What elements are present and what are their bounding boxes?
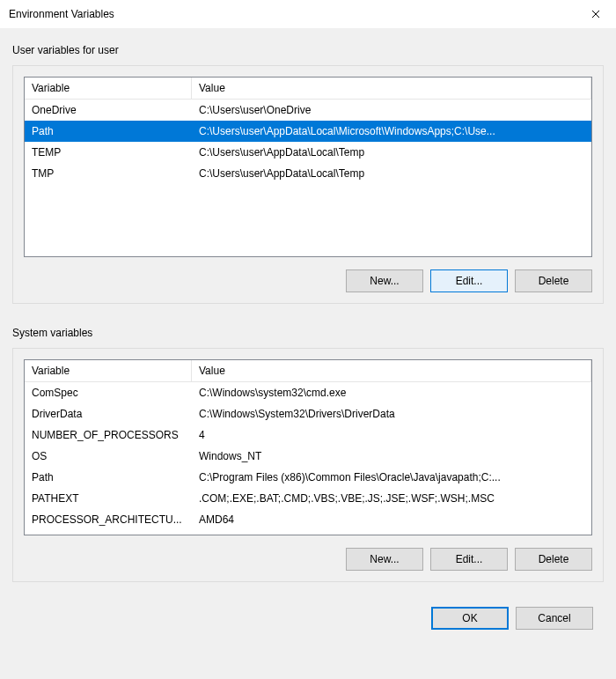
system-variables-list[interactable]: Variable Value ComSpecC:\Windows\system3… [24,359,592,535]
window-title: Environment Variables [9,8,114,20]
cell-value: 4 [192,429,591,441]
system-edit-button[interactable]: Edit... [430,548,508,571]
cell-variable: DriverData [25,408,192,420]
user-delete-button[interactable]: Delete [515,269,592,292]
user-variables-list[interactable]: Variable Value OneDriveC:\Users\user\One… [24,77,592,257]
cell-variable: OneDrive [25,104,192,116]
cell-value: C:\Users\user\AppData\Local\Temp [192,167,591,180]
cell-value: C:\Users\user\AppData\Local\Microsoft\Wi… [192,125,591,137]
table-row[interactable]: PathC:\Program Files (x86)\Common Files\… [25,467,591,488]
cell-variable: Path [25,471,192,483]
system-variables-label: System variables [12,327,604,348]
cell-variable: PROCESSOR_ARCHITECTU... [25,513,192,526]
cell-variable: ComSpec [25,387,192,399]
cancel-button[interactable]: Cancel [516,607,593,630]
list-body: ComSpecC:\Windows\system32\cmd.exeDriver… [25,382,591,533]
user-new-button[interactable]: New... [346,269,423,292]
table-row[interactable]: PathC:\Users\user\AppData\Local\Microsof… [25,121,591,142]
column-value[interactable]: Value [192,77,591,99]
cell-variable: OS [25,450,192,462]
table-row[interactable]: TEMPC:\Users\user\AppData\Local\Temp [25,142,591,163]
system-new-button[interactable]: New... [346,548,423,571]
user-variables-group: User variables for user Variable Value O… [12,44,604,304]
list-header: Variable Value [25,360,591,382]
table-row[interactable]: NUMBER_OF_PROCESSORS4 [25,424,591,446]
table-row[interactable]: PROCESSOR_ARCHITECTU...AMD64 [25,509,591,530]
system-variables-group: System variables Variable Value ComSpecC… [12,327,604,582]
cell-variable: TMP [25,167,192,180]
column-variable[interactable]: Variable [25,360,192,381]
cell-value: AMD64 [192,513,591,526]
system-delete-button[interactable]: Delete [515,548,592,571]
column-value[interactable]: Value [192,360,591,381]
list-header: Variable Value [25,77,591,100]
cell-value: C:\Users\user\OneDrive [192,104,591,116]
cell-variable: Path [25,125,192,137]
system-variables-box: Variable Value ComSpecC:\Windows\system3… [12,348,604,582]
cell-value: C:\Windows\system32\cmd.exe [192,387,591,399]
user-buttons-row: New... Edit... Delete [24,269,592,292]
list-body: OneDriveC:\Users\user\OneDrivePathC:\Use… [25,100,591,255]
cell-value: Windows_NT [192,450,591,462]
close-icon [591,10,600,18]
system-buttons-row: New... Edit... Delete [24,548,592,571]
table-row[interactable]: OSWindows_NT [25,446,591,467]
titlebar: Environment Variables [0,0,616,28]
dialog-buttons-row: OK Cancel [12,607,604,630]
cell-value: C:\Users\user\AppData\Local\Temp [192,146,591,159]
table-row[interactable]: OneDriveC:\Users\user\OneDrive [25,100,591,121]
cell-value: C:\Program Files (x86)\Common Files\Orac… [192,471,591,483]
cell-value: .COM;.EXE;.BAT;.CMD;.VBS;.VBE;.JS;.JSE;.… [192,492,591,505]
column-variable[interactable]: Variable [25,77,192,99]
user-variables-box: Variable Value OneDriveC:\Users\user\One… [12,65,604,304]
table-row[interactable]: TMPC:\Users\user\AppData\Local\Temp [25,163,591,184]
close-button[interactable] [576,0,616,28]
ok-button[interactable]: OK [431,607,509,630]
dialog-body: User variables for user Variable Value O… [0,28,616,679]
user-edit-button[interactable]: Edit... [430,269,508,292]
cell-value: C:\Windows\System32\Drivers\DriverData [192,408,591,420]
table-row[interactable]: PROCESSOR_IDENTIFIERIntel64 Family 6 Mod… [25,530,591,533]
cell-variable: TEMP [25,146,192,159]
table-row[interactable]: PATHEXT.COM;.EXE;.BAT;.CMD;.VBS;.VBE;.JS… [25,488,591,509]
cell-variable: NUMBER_OF_PROCESSORS [25,429,192,441]
cell-variable: PATHEXT [25,492,192,505]
user-variables-label: User variables for user [12,44,604,65]
table-row[interactable]: ComSpecC:\Windows\system32\cmd.exe [25,382,591,403]
table-row[interactable]: DriverDataC:\Windows\System32\Drivers\Dr… [25,403,591,424]
